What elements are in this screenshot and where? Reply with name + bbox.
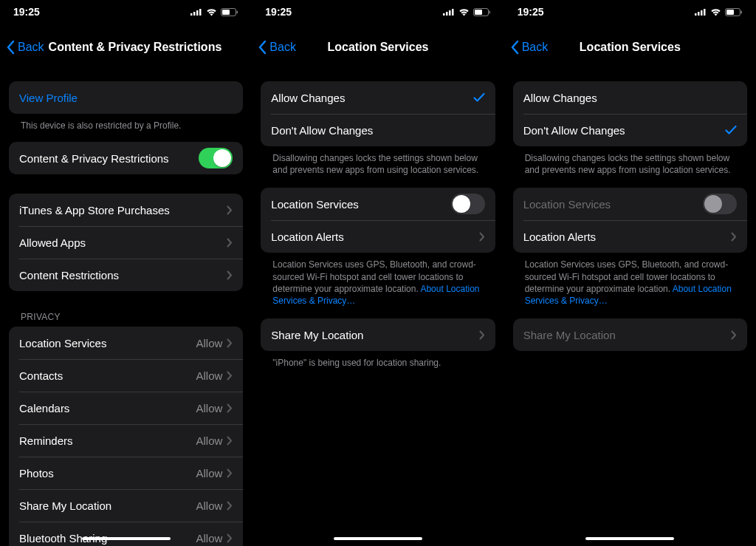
privacy-row[interactable]: Location ServicesAllow [9,327,243,359]
dont-allow-changes-label: Don't Allow Changes [523,124,725,137]
privacy-row-label: Calendars [19,402,196,414]
chevron-right-icon [479,232,485,242]
nav-bar: Back Location Services [252,31,504,64]
svg-rect-5 [222,10,230,15]
chevron-right-icon [479,330,485,340]
profile-footer: This device is also restricted by a Prof… [9,114,243,132]
privacy-row-value: Allow [196,402,222,414]
battery-icon [725,8,743,16]
back-button[interactable]: Back [258,40,296,55]
screen-content-privacy: 19:25 Back Content & Privacy Restriction… [0,0,252,546]
changes-footer: Disallowing changes locks the settings s… [513,146,747,176]
svg-rect-0 [190,13,193,16]
allow-changes-row[interactable]: Allow Changes [513,81,747,114]
location-services-label: Location Services [271,198,450,211]
dont-allow-changes-row[interactable]: Don't Allow Changes [513,114,747,146]
dont-allow-changes-row[interactable]: Don't Allow Changes [261,114,495,146]
share-my-location-label: Share My Location [523,329,731,341]
privacy-row-value: Allow [196,434,222,447]
privacy-row-label: Share My Location [19,499,196,512]
privacy-row[interactable]: Share My LocationAllow [9,489,243,522]
svg-rect-12 [475,10,482,15]
svg-rect-14 [695,13,697,16]
chevron-right-icon [227,205,233,215]
location-services-toggle [703,194,737,214]
location-alerts-label: Location Alerts [523,231,731,243]
location-services-footer: Location Services uses GPS, Bluetooth, a… [261,253,495,307]
home-indicator[interactable] [82,537,171,540]
privacy-row-label: Location Services [19,337,196,349]
svg-rect-6 [237,10,238,13]
chevron-right-icon [227,533,233,543]
svg-rect-9 [449,10,451,16]
svg-rect-1 [193,12,196,16]
back-label: Back [522,41,549,54]
privacy-row-label: Photos [19,467,196,480]
location-services-toggle[interactable] [451,194,485,214]
battery-icon [473,8,491,16]
svg-rect-16 [701,10,703,16]
location-alerts-row[interactable]: Location Alerts [261,220,495,253]
privacy-row-value: Allow [196,532,222,545]
cpr-toggle-row[interactable]: Content & Privacy Restrictions [9,142,243,174]
cellular-icon [695,8,707,16]
privacy-row[interactable]: ContactsAllow [9,359,243,392]
privacy-row[interactable]: RemindersAllow [9,424,243,457]
battery-icon [221,8,238,16]
privacy-row-label: Contacts [19,369,196,382]
wifi-icon [458,8,470,16]
svg-rect-7 [443,13,445,16]
chevron-right-icon [227,338,233,348]
status-bar: 19:25 [504,3,756,21]
privacy-row-value: Allow [196,337,222,349]
checkmark-icon [473,92,485,103]
privacy-row[interactable]: PhotosAllow [9,457,243,489]
back-button[interactable]: Back [510,40,549,55]
privacy-row-value: Allow [196,499,222,512]
allowed-apps-row[interactable]: Allowed Apps [9,226,243,259]
location-services-toggle-row: Location Services [513,188,747,220]
share-my-location-row[interactable]: Share My Location [261,318,495,351]
chevron-right-icon [731,232,737,242]
chevron-left-icon [258,40,267,55]
screen-location-allow: 19:25 Back Location Services Allow Chang… [252,0,504,546]
cpr-label: Content & Privacy Restrictions [19,152,199,165]
share-my-location-label: Share My Location [271,329,478,341]
home-indicator[interactable] [585,537,674,540]
share-footer: "iPhone" is being used for location shar… [261,351,495,369]
chevron-left-icon [6,40,15,55]
home-indicator[interactable] [334,537,422,540]
screen-location-dont-allow: 19:25 Back Location Services Allow Chang… [504,0,756,546]
nav-bar: Back Location Services [504,31,756,64]
svg-rect-8 [446,12,448,16]
status-time: 19:25 [13,6,40,18]
share-my-location-row: Share My Location [513,318,747,351]
wifi-icon [710,8,721,16]
checkmark-icon [725,125,737,135]
privacy-row-label: Reminders [19,434,196,447]
svg-rect-10 [452,9,454,16]
status-bar: 19:25 [252,3,504,21]
content-restrictions-label: Content Restrictions [19,269,227,281]
cellular-icon [443,8,455,16]
content-restrictions-row[interactable]: Content Restrictions [9,259,243,291]
location-alerts-row[interactable]: Location Alerts [513,220,747,253]
allow-changes-row[interactable]: Allow Changes [261,81,495,114]
status-icons [190,8,238,16]
privacy-row[interactable]: Bluetooth SharingAllow [9,522,243,546]
status-icons [443,8,491,16]
location-services-toggle-row[interactable]: Location Services [261,188,495,220]
back-button[interactable]: Back [6,40,44,55]
cpr-toggle[interactable] [199,148,233,168]
status-time: 19:25 [265,6,292,18]
privacy-row[interactable]: CalendarsAllow [9,392,243,424]
view-profile-row[interactable]: View Profile [9,81,243,114]
allowed-apps-label: Allowed Apps [19,236,227,249]
nav-title: Content & Privacy Restrictions [49,41,222,54]
svg-rect-2 [196,10,199,16]
svg-rect-3 [199,9,202,16]
allow-changes-label: Allow Changes [271,92,472,104]
status-bar: 19:25 [0,3,252,21]
allow-changes-label: Allow Changes [523,92,737,104]
itunes-row[interactable]: iTunes & App Store Purchases [9,194,243,226]
